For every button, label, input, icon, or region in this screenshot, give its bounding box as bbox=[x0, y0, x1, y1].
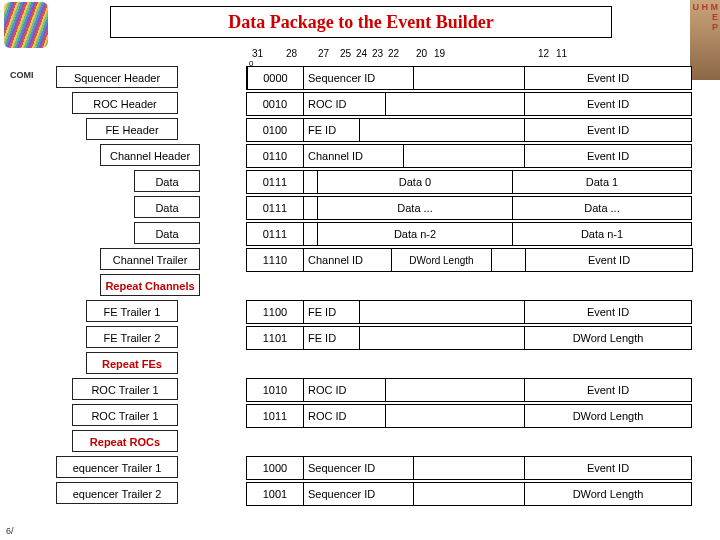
code: 0111 bbox=[247, 171, 303, 193]
row-fe-trailer-2: FE Trailer 2 1101 FE ID DWord Length bbox=[56, 326, 692, 350]
packet-diagram: 31 28 27 25 24 23 22 20 19 12 11 Squence… bbox=[56, 48, 692, 506]
field-dword-len: DWord Length bbox=[391, 249, 491, 271]
compass-label: COMI bbox=[10, 70, 34, 80]
label-repeat-channels: Repeat Channels bbox=[100, 274, 200, 296]
label-roc-header: ROC Header bbox=[72, 92, 178, 114]
spacer bbox=[303, 197, 317, 219]
field-data-left: Data n-2 bbox=[317, 223, 512, 245]
label-seq-header: Squencer Header bbox=[56, 66, 178, 88]
spacer bbox=[413, 457, 524, 479]
label-roc-trailer-2: ROC Trailer 1 bbox=[72, 404, 178, 426]
field-event-id: Event ID bbox=[524, 67, 691, 89]
label-fe-trailer-2: FE Trailer 2 bbox=[86, 326, 178, 348]
row-data-dots: Data 0111 Data ... Data ... bbox=[56, 196, 692, 220]
uhm-line2: E bbox=[690, 12, 718, 22]
code: 1100 bbox=[247, 301, 303, 323]
bit-25: 25 bbox=[340, 48, 351, 59]
spacer bbox=[303, 171, 317, 193]
row-seq-trailer-2: equencer Trailer 2 1001 Sequencer ID DWo… bbox=[56, 482, 692, 506]
label-data: Data bbox=[134, 196, 200, 218]
code: 0010 bbox=[247, 93, 303, 115]
label-data: Data bbox=[134, 170, 200, 192]
field-seq-id: Sequencer ID bbox=[303, 483, 413, 505]
row-roc-trailer-1: ROC Trailer 1 1010 ROC ID Event ID bbox=[56, 378, 692, 402]
label-fe-header: FE Header bbox=[86, 118, 178, 140]
bit-28: 28 bbox=[286, 48, 297, 59]
bit-19: 19 bbox=[434, 48, 445, 59]
field-event-id: Event ID bbox=[525, 249, 692, 271]
field-seq-id: Sequencer ID bbox=[303, 67, 413, 89]
row-fe-header: FE Header 0100 FE ID Event ID bbox=[56, 118, 692, 142]
row-seq-header: Squencer Header 0 0000 Sequencer ID Even… bbox=[56, 66, 692, 90]
spacer bbox=[359, 327, 524, 349]
bit-23: 23 bbox=[372, 48, 383, 59]
logo-rainbow bbox=[4, 2, 48, 48]
spacer bbox=[303, 223, 317, 245]
field-dword-len: DWord Length bbox=[524, 483, 691, 505]
row-data-n: Data 0111 Data n-2 Data n-1 bbox=[56, 222, 692, 246]
field-event-id: Event ID bbox=[524, 457, 691, 479]
field-seq-id: Sequencer ID bbox=[303, 457, 413, 479]
label-data: Data bbox=[134, 222, 200, 244]
spacer bbox=[413, 483, 524, 505]
page-title: Data Package to the Event Builder bbox=[110, 6, 612, 38]
row-repeat-fes: Repeat FEs bbox=[56, 352, 692, 376]
spacer bbox=[385, 379, 524, 401]
field-ch-id: Channel ID bbox=[303, 145, 403, 167]
row-fe-trailer-1: FE Trailer 1 1100 FE ID Event ID bbox=[56, 300, 692, 324]
field-data-right: Data 1 bbox=[512, 171, 691, 193]
spacer bbox=[385, 405, 524, 427]
row-roc-trailer-2: ROC Trailer 1 1011 ROC ID DWord Length bbox=[56, 404, 692, 428]
row-ch-header: Channel Header 0110 Channel ID Event ID bbox=[56, 144, 692, 168]
label-fe-trailer-1: FE Trailer 1 bbox=[86, 300, 178, 322]
bit-31: 31 bbox=[252, 48, 263, 59]
code: 0100 bbox=[247, 119, 303, 141]
field-data-right: Data n-1 bbox=[512, 223, 691, 245]
code: 1000 bbox=[247, 457, 303, 479]
spacer bbox=[385, 93, 524, 115]
row-data-0: Data 0111 Data 0 Data 1 bbox=[56, 170, 692, 194]
bit-27: 27 bbox=[318, 48, 329, 59]
field-data-left: Data 0 bbox=[317, 171, 512, 193]
bit-24: 24 bbox=[356, 48, 367, 59]
field-data-right: Data ... bbox=[512, 197, 691, 219]
field-data-left: Data ... bbox=[317, 197, 512, 219]
bit-22: 22 bbox=[388, 48, 399, 59]
bit-12: 12 bbox=[538, 48, 549, 59]
code: 0000 bbox=[247, 67, 303, 89]
row-roc-header: ROC Header 0010 ROC ID Event ID bbox=[56, 92, 692, 116]
row-seq-trailer-1: equencer Trailer 1 1000 Sequencer ID Eve… bbox=[56, 456, 692, 480]
row-repeat-rocs: Repeat ROCs bbox=[56, 430, 692, 454]
uhm-line3: P bbox=[690, 22, 718, 32]
field-roc-id: ROC ID bbox=[303, 379, 385, 401]
field-event-id: Event ID bbox=[524, 119, 691, 141]
code: 0111 bbox=[247, 197, 303, 219]
label-ch-header: Channel Header bbox=[100, 144, 200, 166]
bit-0-top: 0 bbox=[249, 59, 253, 68]
field-roc-id: ROC ID bbox=[303, 405, 385, 427]
code: 1011 bbox=[247, 405, 303, 427]
footer-text: 6/ bbox=[6, 526, 14, 536]
field-event-id: Event ID bbox=[524, 145, 691, 167]
bit-11: 11 bbox=[556, 48, 567, 59]
spacer bbox=[403, 145, 524, 167]
row-repeat-channels: Repeat Channels bbox=[56, 274, 692, 298]
spacer bbox=[359, 119, 524, 141]
label-roc-trailer-1: ROC Trailer 1 bbox=[72, 378, 178, 400]
label-seq-trailer-1: equencer Trailer 1 bbox=[56, 456, 178, 478]
code: 1001 bbox=[247, 483, 303, 505]
spacer bbox=[413, 67, 524, 89]
code: 1010 bbox=[247, 379, 303, 401]
label-repeat-rocs: Repeat ROCs bbox=[72, 430, 178, 452]
field-roc-id: ROC ID bbox=[303, 93, 385, 115]
field-fe-id: FE ID bbox=[303, 327, 359, 349]
code: 1110 bbox=[247, 249, 303, 271]
field-fe-id: FE ID bbox=[303, 119, 359, 141]
badge-uhm: U H M E P bbox=[690, 0, 720, 80]
code: 0110 bbox=[247, 145, 303, 167]
code: 1101 bbox=[247, 327, 303, 349]
field-dword-len: DWord Length bbox=[524, 327, 691, 349]
uhm-line1: U H M bbox=[690, 2, 718, 12]
field-event-id: Event ID bbox=[524, 93, 691, 115]
field-ch-id: Channel ID bbox=[303, 249, 391, 271]
